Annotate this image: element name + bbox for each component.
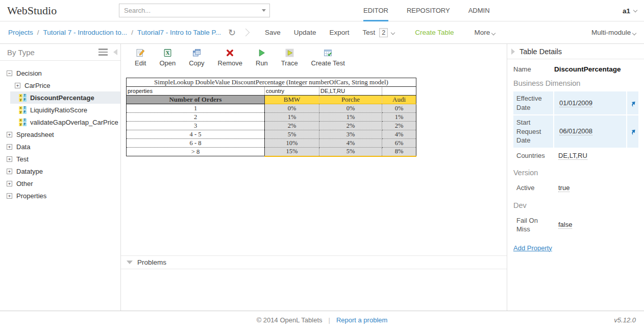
tree-group-decision[interactable]: −Decision	[0, 67, 120, 79]
expand-box-icon[interactable]: +	[7, 156, 12, 162]
value-cell[interactable]: 5%	[265, 130, 319, 139]
breadcrumb-link[interactable]: Tutorial 7 - Introduction to...	[43, 29, 128, 36]
property-value-editable[interactable]: true	[558, 184, 569, 192]
value-cell[interactable]: 2%	[319, 122, 382, 130]
value-cell[interactable]: 5%	[319, 148, 382, 156]
value-cell[interactable]: 15%	[265, 148, 319, 156]
value-cell[interactable]: 2%	[382, 122, 416, 130]
property-value-editable[interactable]: 01/01/2009	[559, 99, 592, 107]
row-header-cell[interactable]: Number of Orders	[127, 96, 265, 104]
tree-group-data[interactable]: +Data	[0, 140, 120, 153]
tree-group-other[interactable]: +Other	[0, 177, 120, 190]
search-input[interactable]	[119, 7, 258, 14]
orders-cell[interactable]: 2	[127, 113, 265, 122]
expand-box-icon[interactable]: +	[7, 169, 12, 174]
property-value-editable[interactable]: false	[558, 221, 572, 229]
property-value-cell[interactable]: DE,LT,RU	[319, 87, 382, 96]
save-button[interactable]: Save	[265, 29, 281, 36]
copy-button[interactable]: Copy	[182, 49, 211, 67]
more-button[interactable]: More	[475, 29, 496, 36]
decision-table-icon: xTyF	[19, 94, 27, 102]
expand-box-icon[interactable]: +	[15, 83, 20, 88]
value-cell[interactable]: 1%	[319, 113, 382, 122]
breadcrumb-link[interactable]: Projects	[8, 29, 33, 36]
report-problem-link[interactable]: Report a problem	[336, 316, 387, 324]
property-value-editable[interactable]: 06/01/2008	[559, 127, 592, 135]
tab-repository[interactable]: REPOSITORY	[407, 0, 450, 21]
remove-button[interactable]: Remove	[211, 49, 249, 67]
create-test-button[interactable]: Create Test	[305, 49, 352, 67]
expand-box-icon[interactable]: +	[7, 193, 12, 199]
export-button[interactable]: Export	[329, 29, 349, 36]
run-icon	[257, 49, 266, 57]
problems-section-header[interactable]: Problems	[121, 255, 507, 269]
sidebar-menu-icon[interactable]	[96, 46, 110, 58]
value-cell[interactable]: 8%	[382, 148, 416, 156]
app-logo[interactable]: WebStudio	[7, 4, 57, 17]
user-menu[interactable]: a1	[623, 0, 637, 21]
value-cell[interactable]: 0%	[265, 104, 319, 113]
tree-label: validateGapOverlap_CarPrice	[30, 119, 118, 126]
table-title-cell[interactable]: SimpleLookup DoubleValue DiscountPercent…	[127, 78, 416, 87]
tree-group-carprice[interactable]: +CarPrice	[0, 79, 120, 91]
property-label: Active	[513, 181, 553, 195]
jump-arrow-icon[interactable]	[627, 91, 638, 114]
jump-arrow-icon[interactable]	[627, 115, 638, 148]
property-value-editable[interactable]: DE,LT,RU	[558, 152, 587, 160]
tree-item-validategapoverlap_carprice[interactable]: xTyFvalidateGapOverlap_CarPrice	[10, 116, 120, 128]
orders-cell[interactable]: 1	[127, 104, 265, 113]
expand-box-icon[interactable]: +	[7, 132, 12, 137]
value-cell[interactable]: 3%	[319, 130, 382, 139]
expand-box-icon[interactable]: +	[7, 144, 12, 150]
tree-group-test[interactable]: +Test	[0, 153, 120, 165]
value-cell[interactable]: 4%	[319, 139, 382, 148]
tree-item-discountpercentage[interactable]: xTyFDiscountPercentage	[10, 91, 120, 104]
value-cell[interactable]: 0%	[382, 104, 416, 113]
breadcrumb-link[interactable]: Tutorial7 - Intro to Table P...	[137, 29, 221, 36]
add-property-link[interactable]: Add Property	[513, 244, 552, 252]
open-button[interactable]: XOpen	[153, 49, 182, 67]
property-value-cell: 06/01/2008	[554, 115, 626, 148]
orders-cell[interactable]: 4 - 5	[127, 130, 265, 139]
value-cell[interactable]: 10%	[265, 139, 319, 148]
tab-admin[interactable]: ADMIN	[468, 0, 490, 21]
search-dropdown-button[interactable]	[258, 9, 269, 12]
column-header-cell[interactable]: Porche	[319, 96, 382, 104]
property-empty-cell[interactable]	[382, 87, 416, 96]
value-cell[interactable]: 2%	[265, 122, 319, 130]
column-header-cell[interactable]: BMW	[265, 96, 319, 104]
orders-cell[interactable]: > 8	[127, 148, 265, 156]
tree-item-liquidityratioscore[interactable]: xTyFLiquidityRatioScore	[10, 104, 120, 116]
create-table-button[interactable]: Create Table	[415, 29, 454, 36]
tree-group-properties[interactable]: +Properties	[0, 190, 120, 202]
tree-label: Decision	[16, 69, 42, 77]
edit-icon	[136, 49, 145, 57]
value-cell[interactable]: 6%	[382, 139, 416, 148]
trace-button[interactable]: Trace	[275, 49, 305, 67]
module-mode-selector[interactable]: Multi-module	[591, 29, 636, 36]
table-name-value: DiscountPercentage	[554, 65, 621, 73]
orders-cell[interactable]: 6 - 8	[127, 139, 265, 148]
value-cell[interactable]: 0%	[319, 104, 382, 113]
update-button[interactable]: Update	[294, 29, 316, 36]
tree-group-spreadsheet[interactable]: +Spreadsheet	[0, 128, 120, 140]
collapse-box-icon[interactable]: −	[7, 70, 12, 76]
table-toolbar: EditXOpenCopyRemoveRunTraceCreate Test	[121, 44, 507, 74]
value-cell[interactable]: 1%	[382, 113, 416, 122]
edit-button[interactable]: Edit	[128, 49, 153, 67]
test-button[interactable]: Test2	[362, 28, 394, 37]
expand-box-icon[interactable]: +	[7, 181, 12, 186]
panel-collapse-icon[interactable]	[511, 49, 515, 55]
tab-editor[interactable]: EDITOR	[363, 0, 388, 21]
property-name-cell[interactable]: country	[265, 87, 319, 96]
value-cell[interactable]: 1%	[265, 113, 319, 122]
properties-label-cell[interactable]: properties	[127, 87, 265, 96]
value-cell[interactable]: 4%	[382, 130, 416, 139]
column-header-cell[interactable]: Audi	[382, 96, 416, 104]
sidebar-collapse-icon[interactable]	[113, 49, 117, 55]
tree-group-datatype[interactable]: +Datatype	[0, 165, 120, 177]
run-button[interactable]: Run	[249, 49, 275, 67]
refresh-icon[interactable]: ↻	[228, 28, 236, 37]
tree-label: LiquidityRatioScore	[30, 106, 87, 114]
orders-cell[interactable]: 3	[127, 122, 265, 130]
